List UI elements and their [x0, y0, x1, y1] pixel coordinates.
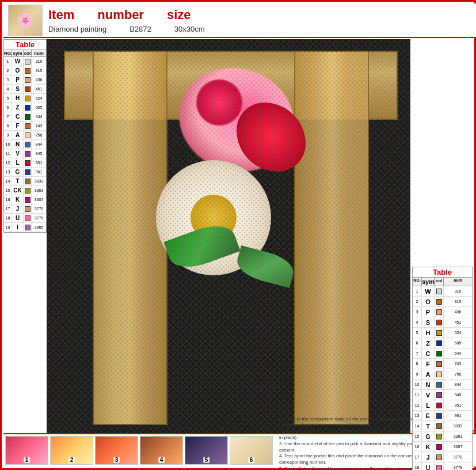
right-table-row: 14 T 3033 — [413, 421, 472, 431]
left-td-num: 951 — [32, 158, 46, 167]
left-td-sym: J — [12, 204, 24, 213]
right-td-color — [435, 442, 444, 452]
left-table-row: 1 W 310 — [4, 57, 46, 66]
left-td-color — [24, 204, 32, 213]
item-code-value: B2872 — [130, 25, 151, 33]
left-td-num: 3865 — [32, 223, 46, 232]
right-td-sym: T — [422, 421, 435, 431]
right-td-no: 17 — [413, 452, 422, 462]
right-td-color — [435, 328, 444, 338]
color-swatch — [25, 68, 31, 74]
right-td-no: 6 — [413, 338, 422, 348]
right-td-sym: K — [422, 442, 435, 452]
right-td-no: 9 — [413, 369, 422, 379]
right-td-sym: A — [422, 369, 435, 379]
thumbnail: 5 — [185, 436, 228, 465]
right-table-row: 3 P 436 — [413, 307, 472, 317]
right-td-num: 945 — [444, 390, 472, 400]
left-td-sym: K — [12, 195, 24, 204]
r-col-color: col — [435, 278, 444, 286]
right-table-row: 15 G 3363 — [413, 431, 472, 442]
right-td-color — [435, 297, 444, 306]
left-td-no: 9 — [4, 131, 12, 139]
thumb-number: 3 — [113, 457, 120, 463]
left-td-sym: P — [12, 75, 24, 84]
color-swatch — [25, 179, 31, 184]
right-td-no: 7 — [413, 348, 422, 358]
right-td-sym: E — [422, 411, 435, 420]
right-td-num: 743 — [444, 359, 472, 369]
r-col-num: num — [444, 278, 472, 286]
right-table-row: 16 K 3607 — [413, 442, 472, 452]
right-td-num: 644 — [444, 348, 472, 358]
right-td-num: 3770 — [444, 452, 472, 462]
color-swatch — [436, 361, 442, 367]
left-table-row: 14 T 3033 — [4, 177, 46, 186]
color-swatch — [25, 188, 31, 194]
left-td-color — [24, 223, 32, 232]
right-td-color — [435, 421, 444, 431]
header: Item number size Diamond painting B2872 … — [3, 3, 476, 38]
left-td-color — [24, 66, 32, 75]
color-swatch — [25, 225, 31, 230]
left-table: Table NO. sym col num 1 W 310 2 O 315 3 … — [3, 39, 47, 233]
thumb-number: 5 — [203, 457, 210, 463]
item-label: Item — [48, 7, 74, 22]
left-td-sym: I — [12, 223, 24, 232]
left-table-row: 13 G 961 — [4, 168, 46, 177]
right-td-no: 4 — [413, 317, 422, 327]
color-swatch — [25, 77, 31, 83]
right-td-no: 5 — [413, 328, 422, 338]
right-td-sym: C — [422, 348, 435, 358]
right-td-no: 16 — [413, 442, 422, 452]
right-td-sym: N — [422, 380, 435, 389]
color-swatch — [436, 444, 442, 450]
right-table-row: 6 Z 605 — [413, 338, 472, 348]
r-col-sym: sym — [422, 278, 435, 286]
color-swatch — [436, 382, 442, 388]
left-td-no: 13 — [4, 168, 12, 176]
left-td-no: 18 — [4, 214, 12, 222]
left-td-no: 6 — [4, 103, 12, 112]
subtitle-value: Diamond painting — [48, 25, 106, 33]
left-td-no: 15 — [4, 186, 12, 195]
color-swatch — [25, 206, 31, 212]
left-td-num: 3607 — [32, 195, 46, 204]
left-td-num: 3779 — [32, 214, 46, 222]
bottom-strip: 123456 1. Refer to the comparison table … — [3, 433, 476, 467]
right-td-color — [435, 307, 444, 317]
right-td-sym: V — [422, 390, 435, 400]
right-td-no: 1 — [413, 286, 422, 296]
left-td-num: 3363 — [32, 186, 46, 195]
left-td-num: 436 — [32, 75, 46, 84]
color-swatch — [436, 351, 442, 357]
right-td-sym: H — [422, 328, 435, 338]
left-table-body: 1 W 310 2 O 315 3 P 436 4 S 451 5 H 524 — [4, 57, 46, 232]
color-swatch — [436, 465, 442, 471]
color-swatch — [25, 123, 31, 129]
left-td-color — [24, 122, 32, 130]
left-table-row: 17 J 3770 — [4, 204, 46, 214]
left-td-sym: H — [12, 94, 24, 103]
thumbnail: 2 — [50, 436, 93, 465]
left-td-num: 743 — [32, 122, 46, 130]
right-td-num: 524 — [444, 328, 472, 338]
left-td-color — [24, 131, 32, 139]
right-td-num: 961 — [444, 411, 472, 420]
left-table-row: 6 Z 605 — [4, 103, 46, 112]
right-td-color — [435, 359, 444, 369]
size-value: 30x30cm — [174, 25, 205, 33]
right-td-sym: P — [422, 307, 435, 317]
left-td-no: 19 — [4, 223, 12, 232]
left-td-no: 1 — [4, 57, 12, 66]
left-td-no: 8 — [4, 122, 12, 130]
right-table-row: 12 L 951 — [413, 400, 472, 411]
left-td-no: 4 — [4, 85, 12, 93]
color-swatch — [25, 169, 31, 175]
right-td-no: 10 — [413, 380, 422, 389]
left-table-row: 12 L 951 — [4, 158, 46, 168]
right-table-header: NO. sym col num — [413, 278, 472, 286]
color-swatch — [25, 132, 31, 138]
left-td-color — [24, 195, 32, 204]
header-thumbnail — [8, 5, 43, 36]
